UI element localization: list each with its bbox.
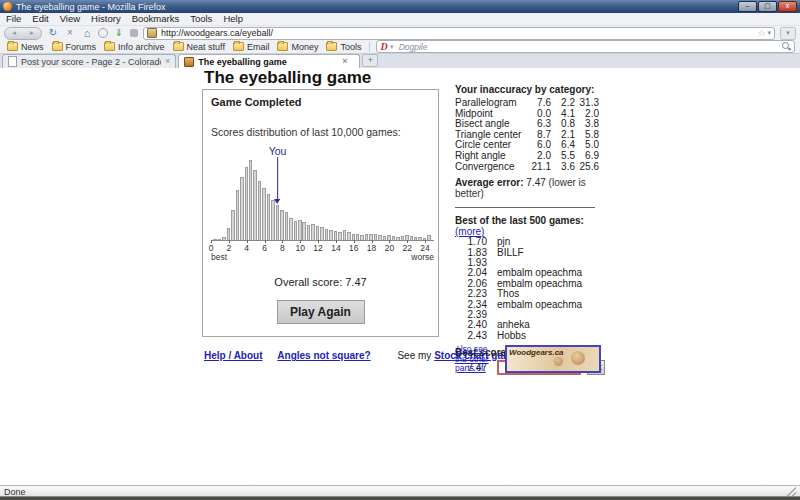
histogram-xaxis: best worse 024681012141618202224: [211, 241, 434, 261]
help-about-link[interactable]: Help / About: [204, 350, 263, 361]
x-tick-label: 14: [331, 243, 340, 253]
best500-entry: 2.43Hobbs: [455, 331, 605, 341]
menu-view[interactable]: View: [60, 13, 80, 25]
play-again-button[interactable]: Play Again: [277, 300, 365, 324]
bookmark-money[interactable]: Money: [275, 42, 320, 52]
toolbar-separator: [369, 42, 370, 52]
menu-history[interactable]: History: [91, 13, 121, 25]
histogram-bar: [213, 239, 217, 240]
tab-close-icon[interactable]: ×: [342, 57, 347, 66]
search-engine-dropdown-icon[interactable]: ▼: [389, 44, 395, 50]
bookmark-label[interactable]: Money: [291, 42, 318, 52]
also-see-link[interactable]: Also see the other parts of:: [455, 344, 489, 373]
history-clock-icon[interactable]: [98, 28, 108, 38]
bookmark-label[interactable]: Forums: [66, 42, 97, 52]
bookmark-email[interactable]: Email: [231, 42, 272, 52]
tab-close-icon[interactable]: ×: [165, 57, 170, 66]
tab-label[interactable]: Post your score - Page 2 - Colorado...: [21, 57, 161, 67]
also-see-text: Also see the other parts of:: [455, 345, 501, 374]
folder-icon: [7, 42, 18, 51]
entry-name: BILLF: [497, 248, 524, 258]
bookmark-neat-stuff[interactable]: Neat stuff: [171, 42, 227, 52]
forward-icon[interactable]: ►: [29, 28, 35, 38]
entry-score: 1.70: [455, 237, 487, 247]
stop-icon[interactable]: ×: [64, 27, 76, 39]
urlbar-history-dropdown[interactable]: ▼: [780, 27, 796, 40]
angles-not-square-link[interactable]: Angles not square?: [277, 350, 370, 361]
browser-window: The eyeballing game - Mozilla Firefox – …: [0, 0, 800, 500]
x-tick-label: 16: [349, 243, 358, 253]
inaccuracy-row: Convergence21.13.625.6: [455, 162, 605, 173]
tab-eyeballing-game[interactable]: The eyeballing game ×: [178, 54, 360, 68]
histogram-bar: [396, 237, 400, 240]
search-icon[interactable]: [782, 42, 791, 51]
value-cell: 7.6: [527, 98, 551, 109]
histogram-bar: [410, 236, 414, 240]
url-text[interactable]: http://woodgears.ca/eyeball/: [161, 28, 757, 38]
bookmark-label[interactable]: Tools: [340, 42, 361, 52]
histogram-bar: [267, 194, 271, 240]
best500-entry: 1.70pjn: [455, 237, 605, 247]
resize-grip[interactable]: [787, 487, 796, 496]
bookmark-info-archive[interactable]: Info archive: [102, 42, 167, 52]
folder-icon: [173, 42, 184, 51]
histogram-bar: [307, 225, 311, 240]
histogram-bar: [329, 230, 333, 240]
histogram-bar: [325, 229, 329, 240]
histogram-bar: [285, 212, 289, 240]
url-dropdown-icon[interactable]: ▾: [767, 29, 771, 37]
page-content: The eyeballing game Game Completed Score…: [0, 68, 800, 486]
bookmark-label[interactable]: Email: [247, 42, 270, 52]
menu-edit[interactable]: Edit: [32, 13, 48, 25]
value-cell: 5.5: [551, 151, 575, 162]
bookmark-news[interactable]: News: [5, 42, 46, 52]
close-button[interactable]: x: [778, 1, 797, 12]
home-icon[interactable]: ⌂: [81, 27, 93, 39]
gear-icon: [571, 351, 585, 365]
back-forward-buttons[interactable]: ◄ ►: [4, 27, 42, 40]
histogram-bar: [298, 220, 302, 240]
entry-name: Hobbs: [497, 331, 526, 341]
average-error-line: Average error: 7.47 (lower is better): [455, 177, 605, 199]
addon-icon[interactable]: [130, 29, 138, 37]
menu-bar: File Edit View History Bookmarks Tools H…: [0, 13, 800, 26]
menu-tools[interactable]: Tools: [190, 13, 212, 25]
download-icon[interactable]: ⇓: [113, 27, 125, 39]
bookmark-label[interactable]: News: [21, 42, 44, 52]
bookmark-forums[interactable]: Forums: [50, 42, 99, 52]
search-engine-name[interactable]: Dogpile: [399, 42, 782, 52]
histogram-bar: [222, 237, 226, 240]
tab-post-your-score[interactable]: Post your score - Page 2 - Colorado... ×: [2, 54, 176, 68]
maximize-button[interactable]: ▢: [758, 1, 777, 12]
histogram-bar: [289, 218, 293, 240]
entry-name: embalm opeachma: [497, 300, 582, 310]
search-box[interactable]: D ▼ Dogpile: [376, 40, 795, 53]
bookmark-label[interactable]: Info archive: [118, 42, 165, 52]
menu-help[interactable]: Help: [223, 13, 243, 25]
category-label: Right angle: [455, 151, 527, 162]
histogram-bar: [427, 235, 431, 240]
chart-title: Scores distribution of last 10,000 games…: [211, 126, 401, 138]
minimize-button[interactable]: –: [738, 1, 757, 12]
page-icon: [8, 56, 17, 67]
histogram-bar: [343, 230, 347, 240]
x-tick-label: 24: [420, 243, 429, 253]
bookmark-tools[interactable]: Tools: [324, 42, 363, 52]
you-arrow-line: [277, 157, 278, 199]
back-icon[interactable]: ◄: [11, 28, 17, 38]
reload-icon[interactable]: ↻: [47, 27, 59, 39]
tab-label[interactable]: The eyeballing game: [198, 57, 338, 67]
value-cell: 2.2: [551, 98, 575, 109]
histogram-bar: [231, 210, 235, 240]
menu-bookmarks[interactable]: Bookmarks: [132, 13, 180, 25]
new-tab-button[interactable]: +: [362, 54, 378, 67]
bookmark-label[interactable]: Neat stuff: [187, 42, 225, 52]
woodgears-banner[interactable]: Woodgears.ca: [505, 345, 601, 373]
url-bar[interactable]: http://woodgears.ca/eyeball/ ☆ ▾: [143, 27, 775, 40]
folder-icon: [326, 42, 337, 51]
x-tick-label: 4: [244, 243, 249, 253]
bookmark-star-icon[interactable]: ☆: [757, 28, 765, 38]
value-cell: 3.6: [551, 162, 575, 173]
menu-file[interactable]: File: [6, 13, 21, 25]
overall-score: Overall score: 7.47: [203, 276, 438, 288]
